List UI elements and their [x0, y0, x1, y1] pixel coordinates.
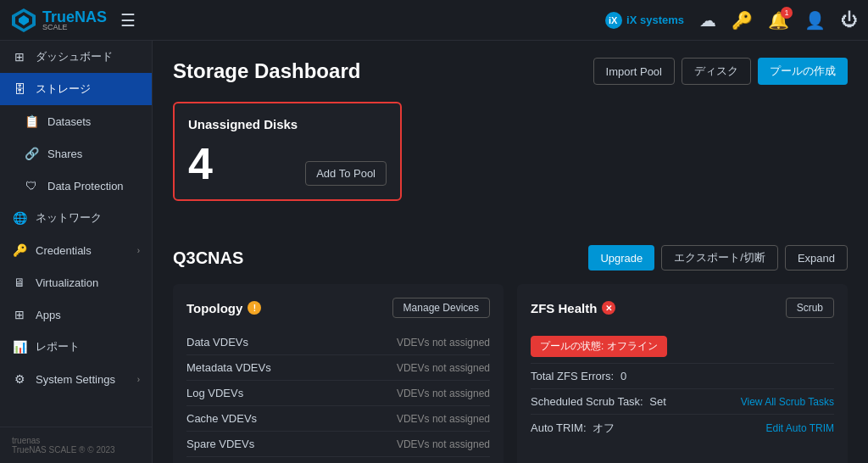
topbar-right: iX iX systems ☁ 🔑 🔔 1 👤 ⏻ — [604, 10, 858, 31]
create-pool-button[interactable]: プールの作成 — [758, 58, 848, 85]
unassigned-count: 4 — [188, 142, 213, 186]
sidebar: ⊞ ダッシュボード 🗄 ストレージ 📋 Datasets 🔗 Shares 🛡 … — [0, 41, 153, 463]
export-button[interactable]: エクスポート/切断 — [661, 245, 778, 271]
sidebar-item-datasets[interactable]: 📋 Datasets — [0, 105, 152, 137]
import-pool-button[interactable]: Import Pool — [593, 58, 675, 85]
ix-label: iX systems — [626, 14, 684, 26]
manage-devices-button[interactable]: Manage Devices — [392, 298, 490, 318]
sidebar-item-data-protection[interactable]: 🛡 Data Protection — [0, 170, 152, 202]
sidebar-item-apps[interactable]: ⊞ Apps — [0, 298, 152, 331]
sidebar-label-shares: Shares — [47, 148, 140, 160]
unassigned-section: Unassigned Disks 4 Add To Pool — [173, 102, 848, 225]
table-row: Log VDEVs VDEVs not assigned — [186, 381, 490, 406]
reports-icon: 📊 — [12, 339, 27, 354]
logo: TrueNAS SCALE — [10, 7, 107, 34]
sidebar-label-credentials: Credentials — [36, 244, 129, 257]
zfs-health-error-icon: ✕ — [602, 301, 615, 315]
main-layout: ⊞ ダッシュボード 🗄 ストレージ 📋 Datasets 🔗 Shares 🛡 … — [0, 41, 868, 463]
content-area: Storage Dashboard Import Pool ディスク プールの作… — [153, 41, 868, 463]
auto-trim-row: Auto TRIM: オフ Edit Auto TRIM — [531, 415, 834, 442]
topology-panel-header: Topology ! Manage Devices — [186, 298, 490, 318]
ix-logo: iX iX systems — [604, 11, 684, 30]
zfs-health-panel: ZFS Health ✕ Scrub プールの状態: オフライン Total Z… — [517, 284, 848, 463]
pool-status-row: プールの状態: オフライン — [531, 330, 834, 364]
credentials-arrow: › — [137, 246, 140, 255]
topology-title: Topology ! — [186, 301, 261, 315]
sidebar-item-system-settings[interactable]: ⚙ System Settings › — [0, 363, 152, 395]
view-scrub-link[interactable]: View All Scrub Tasks — [741, 396, 834, 408]
table-row: Cache VDEVs VDEVs not assigned — [186, 406, 490, 432]
data-protection-icon: 🛡 — [24, 178, 39, 193]
sidebar-item-network[interactable]: 🌐 ネットワーク — [0, 202, 152, 234]
system-settings-icon: ⚙ — [12, 371, 27, 387]
version: TrueNAS SCALE ® © 2023 — [12, 445, 140, 455]
user-icon[interactable]: 👤 — [804, 10, 826, 31]
sidebar-label-datasets: Datasets — [47, 115, 140, 128]
sidebar-label-apps: Apps — [36, 309, 140, 321]
svg-text:iX: iX — [609, 15, 618, 25]
unassigned-card-row: 4 Add To Pool — [188, 142, 387, 186]
sidebar-item-dashboard[interactable]: ⊞ ダッシュボード — [0, 41, 152, 73]
unassigned-disks-card: Unassigned Disks 4 Add To Pool — [173, 102, 402, 201]
sidebar-label-dashboard: ダッシュボード — [36, 49, 140, 64]
power-icon[interactable]: ⏻ — [841, 10, 858, 30]
sidebar-footer: truenas TrueNAS SCALE ® © 2023 — [0, 427, 152, 463]
sidebar-label-network: ネットワーク — [36, 210, 140, 226]
zfs-health-title: ZFS Health ✕ — [531, 301, 615, 315]
table-row: Metadata VDEVs VDEVs not assigned — [186, 355, 490, 381]
sidebar-item-credentials[interactable]: 🔑 Credentials › — [0, 234, 152, 266]
header-actions: Import Pool ディスク プールの作成 — [593, 58, 848, 85]
key-icon[interactable]: 🔑 — [732, 10, 753, 31]
expand-button[interactable]: Expand — [785, 245, 848, 271]
system-settings-arrow: › — [137, 375, 140, 384]
scheduled-scrub-row: Scheduled Scrub Task: Set View All Scrub… — [531, 389, 834, 415]
hamburger-icon[interactable]: ☰ — [120, 10, 136, 31]
unassigned-title: Unassigned Disks — [188, 117, 387, 131]
sidebar-item-storage[interactable]: 🗄 ストレージ — [0, 73, 152, 105]
vdev-list: Data VDEVs VDEVs not assigned Metadata V… — [186, 330, 490, 463]
dashboard-icon: ⊞ — [12, 49, 27, 64]
table-row: Data VDEVs VDEVs not assigned — [186, 330, 490, 355]
bell-badge: 1 — [781, 7, 793, 19]
bell-icon[interactable]: 🔔 1 — [768, 10, 789, 31]
sidebar-label-virtualization: Virtualization — [36, 276, 140, 289]
datasets-icon: 📋 — [24, 114, 39, 129]
cloud-icon[interactable]: ☁ — [699, 10, 716, 31]
zfs-health-panel-header: ZFS Health ✕ Scrub — [531, 298, 834, 318]
table-row: Dedup VDEVs VDEVs not assigned — [186, 457, 490, 463]
disk-button[interactable]: ディスク — [682, 58, 751, 85]
topbar: TrueNAS SCALE ☰ iX iX systems ☁ 🔑 🔔 1 👤 … — [0, 0, 868, 41]
apps-icon: ⊞ — [12, 307, 27, 322]
pool-name: Q3CNAS — [173, 248, 243, 268]
topbar-left: TrueNAS SCALE ☰ — [10, 7, 136, 34]
topology-info-icon: ! — [248, 301, 261, 315]
pool-status-badge: プールの状態: オフライン — [531, 336, 667, 357]
edit-auto-trim-link[interactable]: Edit Auto TRIM — [766, 422, 834, 434]
add-to-pool-button[interactable]: Add To Pool — [305, 161, 387, 186]
credentials-icon: 🔑 — [12, 243, 27, 258]
upgrade-button[interactable]: Upgrade — [588, 245, 654, 271]
sidebar-label-system-settings: System Settings — [36, 373, 129, 386]
pool-panels: Topology ! Manage Devices Data VDEVs VDE… — [173, 284, 848, 463]
sidebar-label-storage: ストレージ — [36, 81, 140, 97]
virtualization-icon: 🖥 — [12, 275, 27, 290]
sidebar-item-reports[interactable]: 📊 レポート — [0, 331, 152, 363]
sidebar-item-virtualization[interactable]: 🖥 Virtualization — [0, 266, 152, 298]
sidebar-item-shares[interactable]: 🔗 Shares — [0, 137, 152, 170]
pool-actions: Upgrade エクスポート/切断 Expand — [588, 245, 848, 271]
page-header: Storage Dashboard Import Pool ディスク プールの作… — [173, 58, 848, 85]
topology-panel: Topology ! Manage Devices Data VDEVs VDE… — [173, 284, 504, 463]
network-icon: 🌐 — [12, 210, 27, 226]
sidebar-label-data-protection: Data Protection — [47, 180, 140, 192]
table-row: Spare VDEVs VDEVs not assigned — [186, 432, 490, 457]
scrub-button[interactable]: Scrub — [786, 298, 834, 318]
sidebar-label-reports: レポート — [36, 339, 140, 354]
total-zfs-errors-row: Total ZFS Errors: 0 — [531, 364, 834, 389]
storage-icon: 🗄 — [12, 81, 27, 97]
pool-header: Q3CNAS Upgrade エクスポート/切断 Expand — [173, 245, 848, 271]
page-title: Storage Dashboard — [173, 59, 360, 83]
shares-icon: 🔗 — [24, 146, 39, 161]
hostname: truenas — [12, 436, 140, 445]
